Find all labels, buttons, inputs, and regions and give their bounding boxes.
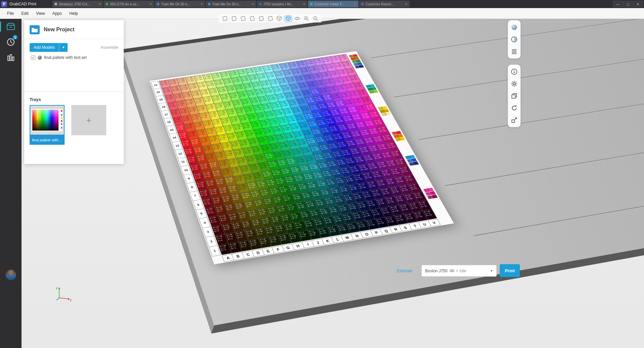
maximize-button[interactable]: ▢ (623, 1, 633, 7)
rail-schedule-item[interactable]: 1 (0, 34, 22, 50)
menu-apps[interactable]: Apps (49, 10, 65, 17)
rail-printers-item[interactable] (0, 19, 22, 34)
print-settings-icon[interactable] (509, 79, 519, 89)
project-panel-header: New Project (24, 20, 124, 39)
tab-close-icon[interactable]: ✕ (200, 2, 203, 6)
tray-thumbnail-sheet (32, 109, 63, 131)
duplicate-model-icon[interactable] (509, 91, 519, 101)
tab-close-icon[interactable]: ✕ (303, 2, 305, 6)
model-filename: final pallete with text.wrl (44, 55, 87, 60)
browser-tab[interactable]: Stratasys J750 Col...✕ (52, 1, 103, 7)
project-panel: New Project Add Models ▼ Assemble ✓ fina… (24, 20, 124, 164)
iso-view-icon[interactable] (275, 15, 283, 22)
close-button[interactable]: ✕ (633, 1, 643, 7)
printer-status: Idle (460, 269, 466, 273)
tab-close-icon[interactable]: ✕ (405, 2, 408, 6)
left-rail: 1 (0, 19, 22, 348)
printer-name: Boston J750 (425, 269, 448, 273)
divider (24, 92, 124, 92)
browser-tab[interactable]: 350 (270) As a us...✕ (104, 1, 154, 7)
model-info-icon[interactable] (509, 67, 519, 77)
menu-help[interactable]: Help (66, 10, 81, 17)
model-actions-row: Add Models ▼ Assemble (24, 42, 124, 53)
scale-model-icon[interactable] (509, 115, 519, 125)
project-title: New Project (44, 27, 75, 33)
right-view-icon[interactable] (248, 15, 256, 22)
browser-tab[interactable]: Customer Intake F...✕ (308, 1, 358, 7)
bottom-view-icon[interactable] (266, 15, 274, 22)
tab-label: Customer Report... (366, 2, 403, 6)
queue-count-badge: 1 (13, 35, 17, 39)
left-view-icon[interactable] (239, 15, 247, 22)
browser-tab[interactable]: Train Me On 30 e...✕ (155, 1, 205, 7)
tray-card-selected[interactable]: final pallete with ... (30, 105, 65, 145)
tab-favicon (361, 3, 364, 5)
add-models-label: Add Models (30, 45, 59, 50)
tab-label: Train Me On 30 e... (212, 2, 250, 6)
app-title: GrabCAD Print (9, 2, 36, 6)
tab-close-icon[interactable]: ✕ (98, 2, 101, 6)
user-avatar[interactable] (6, 270, 16, 280)
tab-close-icon[interactable]: ✕ (354, 2, 356, 6)
top-view-icon[interactable] (257, 15, 265, 22)
browser-tabstrip: Stratasys J750 Col...✕350 (270) As a us.… (52, 1, 609, 7)
titlebar: P GrabCAD Print Stratasys J750 Col...✕35… (0, 0, 644, 8)
menu-view[interactable]: View (33, 10, 48, 17)
add-models-button[interactable]: Add Models ▼ (30, 43, 68, 52)
minimize-button[interactable]: — (613, 1, 622, 7)
tab-close-icon[interactable]: ✕ (252, 2, 254, 6)
window-controls: — ▢ ✕ (613, 1, 643, 7)
print-button[interactable]: Print (500, 264, 520, 277)
zoom-fit-icon[interactable] (312, 15, 319, 22)
rotate-view-icon[interactable] (294, 15, 301, 22)
printer-select-dropdown[interactable]: Boston J750 • Idle ▼ (421, 265, 497, 277)
slice-preview-icon[interactable] (509, 46, 519, 57)
tray-thumbnail-grid (32, 110, 59, 131)
tab-favicon (157, 3, 159, 5)
axis-y-label: y (55, 286, 58, 290)
add-tray-card[interactable]: + (71, 105, 106, 135)
orbit-view-icon[interactable] (285, 15, 292, 22)
printer-connection-icon (450, 269, 454, 272)
tray-ridge-line (445, 96, 644, 186)
rotate-model-icon[interactable] (509, 103, 519, 113)
tray-ridge-line (474, 138, 644, 236)
tab-label: J750 samples | Re... (263, 2, 301, 6)
chevron-down-icon[interactable]: ▼ (59, 43, 68, 52)
back-view-icon[interactable] (230, 15, 237, 22)
tab-close-icon[interactable]: ✕ (149, 2, 152, 6)
estimate-link[interactable]: Estimate (397, 269, 413, 273)
add-tray-button[interactable]: + (71, 105, 106, 135)
browser-tab[interactable]: Customer Report...✕ (359, 1, 410, 7)
tab-favicon (54, 3, 57, 5)
chevron-down-icon: ▼ (490, 269, 493, 273)
menu-edit[interactable]: Edit (18, 10, 32, 17)
tray-name-label: final pallete with ... (30, 135, 65, 145)
tab-label: Train Me On 30 e... (161, 2, 199, 6)
front-view-icon[interactable] (221, 15, 228, 22)
tab-favicon (310, 3, 313, 5)
rail-reports-item[interactable] (0, 50, 22, 65)
browser-tab[interactable]: J750 samples | Re...✕ (257, 1, 307, 7)
zoom-in-icon[interactable] (303, 15, 310, 22)
model-checkbox[interactable]: ✓ (31, 56, 35, 60)
tab-label: Stratasys J750 Col... (59, 2, 97, 6)
surface-view-icon[interactable] (509, 34, 519, 44)
menu-file[interactable]: File (4, 10, 17, 17)
assemble-button[interactable]: Assemble (101, 45, 118, 50)
tab-favicon (259, 3, 262, 5)
project-folder-icon (30, 25, 40, 34)
browser-tab[interactable]: Train Me On 30 e...✕ (206, 1, 256, 7)
model-list-item[interactable]: ✓ final pallete with text.wrl (31, 55, 87, 60)
tab-label: Customer Intake F... (314, 2, 352, 6)
display-mode-toolbar (508, 20, 521, 59)
tray-scene: 212019181716151413121110987654321 R = 24… (112, 19, 644, 348)
model-tools-toolbar (508, 65, 521, 127)
tray-thumbnail[interactable] (30, 105, 65, 135)
model-type-icon (38, 56, 42, 60)
menubar: FileEditViewAppsHelp (0, 8, 644, 19)
shaded-view-icon[interactable] (509, 22, 519, 32)
bar-chart-icon (7, 54, 15, 62)
tray-ridge-line (418, 57, 644, 140)
tab-favicon (208, 3, 211, 5)
